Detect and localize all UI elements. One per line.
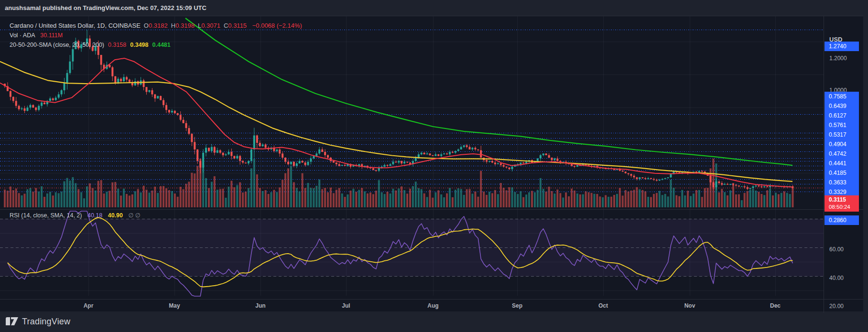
month-label: Oct xyxy=(598,302,608,309)
rsi-axis-label: 40.00 xyxy=(829,275,844,281)
ohlc-value: 0.3182 xyxy=(149,22,168,29)
ohlc-key: C xyxy=(224,22,228,29)
chart-canvas[interactable] xyxy=(0,16,863,311)
change-value: −0.0068 (−2.14%) xyxy=(252,22,302,29)
rsi-value: 40.18 xyxy=(87,212,102,219)
month-label: May xyxy=(169,302,180,309)
alert-price-label: 1.2740 xyxy=(825,42,859,51)
month-label: Apr xyxy=(84,302,94,309)
price-axis[interactable]: USD 1.27401.20001.00000.75850.64390.6127… xyxy=(824,16,864,225)
sma20-line xyxy=(0,58,792,187)
alert-price-label: 0.6439 xyxy=(825,101,859,111)
bar-countdown: 08:50:24 xyxy=(829,203,850,211)
ohlc-value: 0.3198 xyxy=(175,22,195,29)
alert-price-label: 0.7585 xyxy=(825,92,859,101)
month-label: Jun xyxy=(255,302,265,309)
alert-price-label: 0.4441 xyxy=(825,159,859,168)
alert-price-label: 0.5317 xyxy=(825,130,859,139)
ohlc-values: O0.3182H0.3198L0.3071C0.3115 xyxy=(141,22,247,29)
month-label: Jul xyxy=(342,302,350,309)
volume-value: 30.111M xyxy=(40,32,63,39)
alert-price-label: 0.3633 xyxy=(825,178,859,187)
sma-value: 0.4481 xyxy=(152,42,171,48)
alert-price-label: 0.6127 xyxy=(825,111,859,120)
sma-values: 0.31580.34980.4481 xyxy=(104,42,171,48)
time-axis[interactable]: AprMayJunJulAugSepOctNovDec xyxy=(0,299,863,312)
sma-value: 0.3158 xyxy=(108,42,126,48)
alert-price-label: 0.4904 xyxy=(825,139,859,149)
current-price-label: 0.311508:50:24 xyxy=(825,195,859,212)
ohlc-value: 0.3071 xyxy=(201,22,220,29)
price-axis-label: 1.2000 xyxy=(829,55,847,62)
rsi-label: RSI (14, close, SMA, 14, 2) xyxy=(10,212,82,219)
published-chart-page: anushsamal published on TradingView.com,… xyxy=(0,0,868,332)
tradingview-logo-icon[interactable] xyxy=(6,317,18,327)
publish-info-bar: anushsamal published on TradingView.com,… xyxy=(0,0,868,16)
alert-price-label: 0.2860 xyxy=(825,215,859,225)
symbol-title: Cardano / United States Dollar, 1D, COIN… xyxy=(10,22,141,29)
month-label: Nov xyxy=(684,302,695,309)
month-label: Dec xyxy=(770,302,781,309)
rsi-empty-flags: ∅ ∅ xyxy=(128,212,140,219)
publish-line: anushsamal published on TradingView.com,… xyxy=(5,4,206,11)
symbol-legend: Cardano / United States Dollar, 1D, COIN… xyxy=(10,21,302,50)
alert-price-label: 0.4742 xyxy=(825,149,859,159)
alert-price-label: 0.5761 xyxy=(825,120,859,130)
current-price-value: 0.3115 xyxy=(829,196,846,203)
ohlc-key: O xyxy=(144,22,149,29)
rsi-sma-value: 40.90 xyxy=(108,212,123,219)
rsi-legend: RSI (14, close, SMA, 14, 2) 40.18 40.90 … xyxy=(10,212,141,219)
sma-label: 20-50-200-SMA (close, 20, 50, 200) xyxy=(10,42,104,48)
month-label: Sep xyxy=(512,302,522,309)
sma-value: 0.3498 xyxy=(130,42,148,48)
alert-price-label: 0.4185 xyxy=(825,168,859,178)
month-label: Aug xyxy=(427,302,438,309)
volume-label: Vol · ADA xyxy=(10,32,35,39)
brand-name[interactable]: TradingView xyxy=(22,317,70,327)
ohlc-key: H xyxy=(171,22,175,29)
ohlc-value: 0.3115 xyxy=(228,22,247,29)
footer-bar: TradingView xyxy=(0,311,868,332)
chart-frame[interactable]: Cardano / United States Dollar, 1D, COIN… xyxy=(0,16,863,312)
alert-lines-layer xyxy=(0,30,824,192)
rsi-axis-label: 60.00 xyxy=(829,246,844,253)
